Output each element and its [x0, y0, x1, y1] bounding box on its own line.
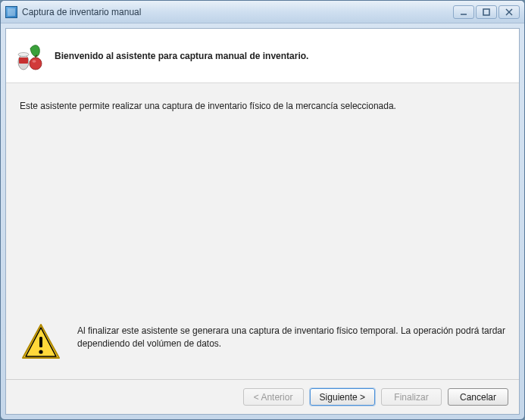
wizard-body: Este asistente permite realizar una capt… — [6, 83, 519, 379]
minimize-button[interactable] — [453, 5, 474, 19]
svg-rect-9 — [39, 337, 42, 347]
dialog-window: Captura de inventario manual — [0, 0, 525, 420]
svg-rect-1 — [483, 9, 489, 15]
svg-point-5 — [18, 52, 29, 56]
next-button[interactable]: Siguiente > — [310, 388, 375, 406]
cancel-button[interactable]: Cancelar — [448, 388, 508, 406]
inventory-icon — [15, 41, 45, 71]
client-area: Bienvenido al asistente para captura man… — [5, 28, 520, 415]
maximize-button[interactable] — [476, 5, 497, 19]
back-button: < Anterior — [243, 388, 304, 406]
window-title: Captura de inventario manual — [22, 7, 141, 17]
svg-point-8 — [33, 60, 36, 63]
app-icon — [5, 6, 17, 18]
wizard-footer: < Anterior Siguiente > Finalizar Cancela… — [6, 379, 519, 414]
titlebar[interactable]: Captura de inventario manual — [1, 1, 524, 23]
warning-text: Al finalizar este asistente se generara … — [77, 322, 505, 350]
intro-text: Este asistente permite realizar una capt… — [20, 100, 505, 113]
window-controls — [453, 5, 520, 19]
svg-rect-6 — [19, 58, 28, 64]
wizard-header: Bienvenido al asistente para captura man… — [6, 29, 519, 83]
finish-button: Finalizar — [381, 388, 442, 406]
warning-icon — [20, 322, 62, 364]
close-button[interactable] — [498, 5, 520, 19]
svg-point-10 — [39, 350, 42, 353]
svg-point-7 — [30, 58, 42, 70]
wizard-headline: Bienvenido al asistente para captura man… — [55, 51, 308, 61]
warning-row: Al finalizar este asistente se generara … — [20, 322, 505, 364]
